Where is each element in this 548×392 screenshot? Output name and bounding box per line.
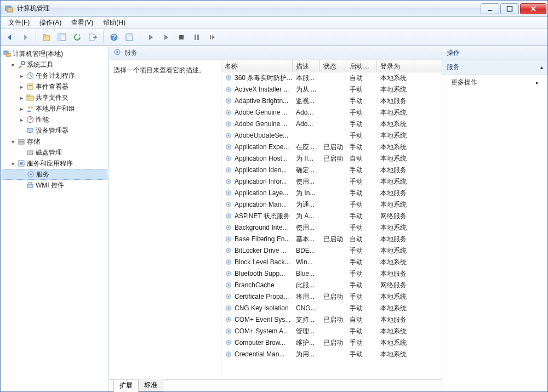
cell-start: 自动 bbox=[346, 315, 377, 325]
service-row[interactable]: ASP.NET 状态服务为 A...手动网络服务 bbox=[221, 211, 442, 222]
properties-button[interactable] bbox=[123, 31, 135, 43]
service-row[interactable]: Certificate Propa...将用...已启动手动本地系统 bbox=[221, 291, 442, 303]
col-logon[interactable]: 登录为 bbox=[377, 60, 414, 72]
back-button[interactable] bbox=[4, 31, 16, 43]
service-row[interactable]: Adobe Genuine ...Ado...手动本地系统 bbox=[221, 107, 442, 118]
tree-disk-management[interactable]: 磁盘管理 bbox=[2, 147, 107, 158]
service-row[interactable]: 360 杀毒实时防护...本服...自动本地系统 bbox=[221, 72, 442, 84]
play-button[interactable] bbox=[145, 31, 157, 43]
minimize-button[interactable] bbox=[481, 3, 499, 14]
tree-event-viewer[interactable]: ▸事件查看器 bbox=[2, 81, 107, 92]
tab-extended[interactable]: 扩展 bbox=[113, 380, 139, 392]
col-state[interactable]: 状态 bbox=[320, 60, 346, 72]
refresh-button[interactable] bbox=[71, 31, 83, 43]
cell-start: 手动 bbox=[346, 327, 377, 336]
forward-button[interactable] bbox=[19, 31, 31, 43]
export-button[interactable] bbox=[87, 31, 99, 43]
show-hide-tree-button[interactable] bbox=[56, 31, 68, 43]
list-header[interactable]: 名称 描述 状态 启动类型 登录为 bbox=[221, 60, 442, 72]
menu-file[interactable]: 文件(F) bbox=[4, 17, 34, 29]
tree-services[interactable]: 服务 bbox=[2, 169, 107, 180]
cell-state: 已启动 bbox=[320, 338, 346, 348]
expand-icon[interactable]: ▸ bbox=[18, 72, 25, 79]
collapse-icon[interactable]: ▾ bbox=[9, 138, 16, 145]
cell-start: 手动 bbox=[346, 120, 377, 129]
tree-label: 性能 bbox=[36, 115, 49, 124]
tree-device-manager[interactable]: 设备管理器 bbox=[2, 125, 107, 136]
expand-icon[interactable]: ▸ bbox=[18, 116, 25, 123]
service-row[interactable]: Block Level Back...Win...手动本地系统 bbox=[221, 257, 442, 268]
service-row[interactable]: BitLocker Drive ...BDE...手动本地系统 bbox=[221, 245, 442, 257]
cell-desc: 为 A... bbox=[293, 212, 320, 221]
cell-state: 已启动 bbox=[320, 315, 346, 325]
service-row[interactable]: Base Filtering En...基本...已启动自动本地服务 bbox=[221, 234, 442, 245]
col-name[interactable]: 名称 bbox=[221, 60, 293, 72]
service-row[interactable]: CNG Key IsolationCNG...手动本地系统 bbox=[221, 303, 442, 314]
actions-more[interactable]: 更多操作 ▸ bbox=[442, 75, 547, 90]
tree-label: 磁盘管理 bbox=[36, 148, 62, 157]
tree-root[interactable]: 计算机管理(本地) bbox=[2, 48, 107, 59]
service-row[interactable]: BranchCache此服...手动网络服务 bbox=[221, 280, 442, 291]
close-button[interactable] bbox=[520, 3, 546, 14]
service-row[interactable]: Application Expe...在应...已启动手动本地系统 bbox=[221, 141, 442, 153]
restart-button[interactable] bbox=[206, 31, 218, 43]
play2-button[interactable] bbox=[160, 31, 172, 43]
service-row[interactable]: Application Laye...为 In...手动本地服务 bbox=[221, 188, 442, 199]
service-row[interactable]: Computer Brow...维护...已启动手动本地系统 bbox=[221, 337, 442, 349]
cell-desc: BDE... bbox=[293, 247, 320, 254]
tree-wmi[interactable]: WMI 控件 bbox=[2, 180, 107, 191]
service-row[interactable]: COM+ Event Sys...支持...已启动自动本地服务 bbox=[221, 314, 442, 326]
menu-help[interactable]: 帮助(H) bbox=[99, 17, 130, 29]
tree-local-users[interactable]: ▸本地用户和组 bbox=[2, 103, 107, 114]
tree-system-tools[interactable]: ▾ 系统工具 bbox=[2, 59, 107, 70]
stop-button[interactable] bbox=[175, 31, 187, 43]
cell-start: 自动 bbox=[346, 235, 377, 244]
cell-desc: 使用... bbox=[293, 223, 320, 232]
service-row[interactable]: AdobeUpdateSe...手动本地系统 bbox=[221, 130, 442, 141]
service-row[interactable]: COM+ System A...管理...手动本地系统 bbox=[221, 326, 442, 337]
gear-icon bbox=[225, 97, 232, 105]
list-body[interactable]: 360 杀毒实时防护...本服...自动本地系统ActiveX Installe… bbox=[221, 72, 442, 379]
service-row[interactable]: Bluetooth Supp...Blue...手动本地服务 bbox=[221, 268, 442, 280]
service-row[interactable]: Application Man...为通...手动本地系统 bbox=[221, 199, 442, 211]
tree-services-apps[interactable]: ▾ 服务和应用程序 bbox=[2, 158, 107, 169]
gear-icon bbox=[225, 166, 232, 174]
expand-icon[interactable]: ▸ bbox=[18, 83, 25, 90]
cell-logon: 网络服务 bbox=[377, 212, 414, 221]
service-row[interactable]: Application Host...为 II...已启动自动本地系统 bbox=[221, 153, 442, 164]
tree-panel[interactable]: 计算机管理(本地) ▾ 系统工具 ▸任务计划程序 ▸事件查看器 bbox=[1, 46, 109, 391]
collapse-icon[interactable]: ▾ bbox=[9, 61, 16, 68]
cell-start: 手动 bbox=[346, 189, 377, 198]
up-button[interactable] bbox=[41, 31, 53, 43]
service-row[interactable]: Background Inte...使用...手动本地系统 bbox=[221, 222, 442, 234]
tab-standard[interactable]: 标准 bbox=[138, 379, 163, 391]
expand-icon[interactable]: ▸ bbox=[18, 94, 25, 101]
tree-task-scheduler[interactable]: ▸任务计划程序 bbox=[2, 70, 107, 81]
collapse-icon[interactable]: ▾ bbox=[9, 160, 16, 167]
pause-button[interactable] bbox=[191, 31, 203, 43]
tree-performance[interactable]: ▸性能 bbox=[2, 114, 107, 125]
service-row[interactable]: ActiveX Installer ...为从 ...手动本地系统 bbox=[221, 84, 442, 95]
service-row[interactable]: Application Iden...确定...手动本地服务 bbox=[221, 164, 442, 176]
spacer bbox=[18, 182, 25, 189]
service-row[interactable]: Application Infor...使用...手动本地系统 bbox=[221, 176, 442, 188]
menu-bar: 文件(F) 操作(A) 查看(V) 帮助(H) bbox=[1, 17, 547, 29]
tree-shared-folders[interactable]: ▸共享文件夹 bbox=[2, 92, 107, 103]
services-list[interactable]: 名称 描述 状态 启动类型 登录为 360 杀毒实时防护...本服...自动本地… bbox=[221, 60, 442, 379]
expand-icon[interactable]: ▸ bbox=[18, 105, 25, 112]
svg-point-83 bbox=[228, 308, 230, 309]
maximize-button[interactable] bbox=[500, 3, 519, 14]
help-button[interactable]: ? bbox=[108, 31, 120, 43]
service-row[interactable]: Adobe Genuine ...Ado...手动本地系统 bbox=[221, 118, 442, 130]
menu-view[interactable]: 查看(V) bbox=[67, 17, 98, 29]
service-row[interactable]: Credential Man...为用...手动本地系统 bbox=[221, 349, 442, 360]
menu-action[interactable]: 操作(A) bbox=[35, 17, 66, 29]
col-desc[interactable]: 描述 bbox=[293, 60, 320, 72]
service-row[interactable]: Adaptive Brightn...监视...手动本地服务 bbox=[221, 95, 442, 107]
actions-section[interactable]: 服务 ▴ bbox=[442, 60, 547, 75]
cell-name: Application Iden... bbox=[221, 166, 293, 174]
col-start[interactable]: 启动类型 bbox=[346, 60, 377, 72]
title-bar[interactable]: 计算机管理 bbox=[1, 1, 547, 17]
svg-point-47 bbox=[228, 100, 230, 102]
tree-storage[interactable]: ▾ 存储 bbox=[2, 136, 107, 147]
